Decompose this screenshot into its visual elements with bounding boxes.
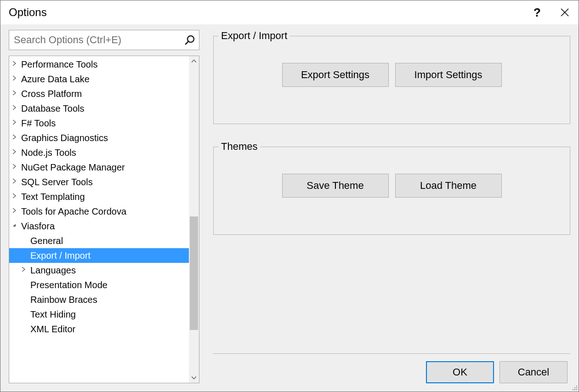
group-legend-themes: Themes bbox=[218, 141, 260, 153]
help-icon: ? bbox=[534, 6, 541, 20]
ok-button[interactable]: OK bbox=[426, 361, 494, 383]
tree-item-label: Performance Tools bbox=[21, 59, 97, 70]
options-tree[interactable]: Performance ToolsAzure Data LakeCross Pl… bbox=[9, 56, 199, 383]
tree-item-label: Export / Import bbox=[30, 250, 91, 261]
expander-collapsed-icon[interactable] bbox=[12, 149, 18, 156]
window-title: Options bbox=[9, 6, 47, 19]
search-icon[interactable] bbox=[181, 30, 199, 50]
expander-collapsed-icon[interactable] bbox=[12, 179, 18, 185]
svg-point-10 bbox=[576, 389, 578, 391]
svg-point-6 bbox=[574, 387, 576, 389]
expander-none bbox=[21, 326, 28, 332]
expander-expanded-icon[interactable] bbox=[12, 223, 18, 229]
chevron-down-icon bbox=[192, 376, 196, 379]
tree-item[interactable]: Database Tools bbox=[9, 101, 189, 116]
expander-none bbox=[21, 296, 28, 303]
scroll-down-button[interactable] bbox=[189, 373, 199, 383]
group-export-import: Export / Import Export Settings Import S… bbox=[213, 30, 570, 124]
export-settings-button[interactable]: Export Settings bbox=[282, 63, 389, 87]
group-legend-export-import: Export / Import bbox=[218, 30, 290, 42]
expander-none bbox=[21, 311, 28, 318]
tree-item[interactable]: NuGet Package Manager bbox=[9, 160, 189, 175]
tree-item-label: Rainbow Braces bbox=[30, 295, 97, 305]
tree-item[interactable]: Viasfora bbox=[9, 219, 189, 233]
expander-collapsed-icon[interactable] bbox=[12, 164, 18, 170]
tree-item-label: Presentation Mode bbox=[30, 280, 108, 290]
scrollbar-track[interactable] bbox=[189, 66, 199, 373]
expander-collapsed-icon[interactable] bbox=[12, 120, 18, 126]
tree-item-label: Graphics Diagnostics bbox=[21, 133, 108, 143]
cancel-button[interactable]: Cancel bbox=[500, 361, 568, 383]
tree-item-label: Text Hiding bbox=[30, 309, 76, 320]
tree-item[interactable]: Rainbow Braces bbox=[9, 292, 189, 307]
tree-item-label: XML Editor bbox=[30, 324, 75, 335]
tree-item-label: Viasfora bbox=[21, 221, 55, 232]
close-button[interactable] bbox=[551, 0, 579, 24]
tree-item[interactable]: F# Tools bbox=[9, 116, 189, 131]
expander-collapsed-icon[interactable] bbox=[12, 135, 18, 141]
tree-item-label: Tools for Apache Cordova bbox=[21, 206, 126, 217]
tree-item[interactable]: Performance Tools bbox=[9, 57, 189, 72]
chevron-up-icon bbox=[192, 60, 196, 62]
tree-item[interactable]: Text Templating bbox=[9, 189, 189, 204]
tree-item-label: Azure Data Lake bbox=[21, 74, 90, 85]
tree-item-label: Node.js Tools bbox=[21, 148, 76, 158]
tree-item[interactable]: XML Editor bbox=[9, 322, 189, 336]
expander-collapsed-icon[interactable] bbox=[12, 105, 18, 112]
options-dialog: Options ? bbox=[0, 0, 579, 392]
resize-grip[interactable] bbox=[570, 383, 578, 391]
tree-item[interactable]: Node.js Tools bbox=[9, 145, 189, 160]
load-theme-button[interactable]: Load Theme bbox=[395, 174, 502, 198]
tree-item[interactable]: General bbox=[9, 233, 189, 248]
svg-point-7 bbox=[576, 387, 578, 389]
close-icon bbox=[561, 8, 569, 17]
svg-point-5 bbox=[576, 386, 578, 387]
tree-item[interactable]: SQL Server Tools bbox=[9, 175, 189, 189]
expander-collapsed-icon[interactable] bbox=[12, 61, 18, 68]
search-input[interactable] bbox=[9, 31, 181, 49]
tree-item[interactable]: Tools for Apache Cordova bbox=[9, 204, 189, 219]
svg-point-8 bbox=[573, 389, 574, 391]
tree-item[interactable]: Graphics Diagnostics bbox=[9, 131, 189, 145]
scroll-up-button[interactable] bbox=[189, 56, 199, 66]
footer-separator bbox=[213, 353, 570, 354]
tree-item[interactable]: Presentation Mode bbox=[9, 278, 189, 292]
tree-item-label: Cross Platform bbox=[21, 89, 82, 99]
tree-item[interactable]: Languages bbox=[9, 263, 189, 278]
search-options[interactable] bbox=[9, 30, 199, 50]
options-page: Export / Import Export Settings Import S… bbox=[213, 30, 570, 383]
tree-item-label: Text Templating bbox=[21, 192, 85, 202]
tree-item-label: Languages bbox=[30, 265, 76, 276]
scrollbar-thumb[interactable] bbox=[190, 216, 198, 330]
expander-collapsed-icon[interactable] bbox=[12, 76, 18, 82]
import-settings-button[interactable]: Import Settings bbox=[395, 63, 502, 87]
resize-grip-icon bbox=[570, 383, 578, 391]
help-button[interactable]: ? bbox=[523, 0, 551, 24]
tree-item-label: NuGet Package Manager bbox=[21, 162, 125, 173]
svg-line-3 bbox=[186, 41, 188, 44]
expander-collapsed-icon[interactable] bbox=[21, 267, 28, 273]
group-themes: Themes Save Theme Load Theme bbox=[213, 141, 570, 235]
tree-item[interactable]: Text Hiding bbox=[9, 307, 189, 322]
expander-collapsed-icon[interactable] bbox=[12, 193, 18, 200]
tree-item-label: General bbox=[30, 236, 63, 246]
titlebar: Options ? bbox=[0, 0, 579, 24]
tree-item[interactable]: Azure Data Lake bbox=[9, 72, 189, 86]
tree-item[interactable]: Cross Platform bbox=[9, 86, 189, 101]
save-theme-button[interactable]: Save Theme bbox=[282, 174, 389, 198]
expander-collapsed-icon[interactable] bbox=[12, 208, 18, 215]
svg-marker-4 bbox=[13, 224, 16, 227]
tree-scrollbar[interactable] bbox=[189, 56, 199, 383]
expander-none bbox=[21, 252, 28, 259]
tree-item-label: Database Tools bbox=[21, 103, 85, 114]
tree-item-label: SQL Server Tools bbox=[21, 177, 93, 187]
svg-point-9 bbox=[574, 389, 576, 391]
tree-item-label: F# Tools bbox=[21, 118, 56, 129]
expander-none bbox=[21, 282, 28, 288]
expander-collapsed-icon[interactable] bbox=[12, 91, 18, 97]
expander-none bbox=[21, 238, 28, 244]
tree-item[interactable]: Export / Import bbox=[9, 248, 189, 263]
